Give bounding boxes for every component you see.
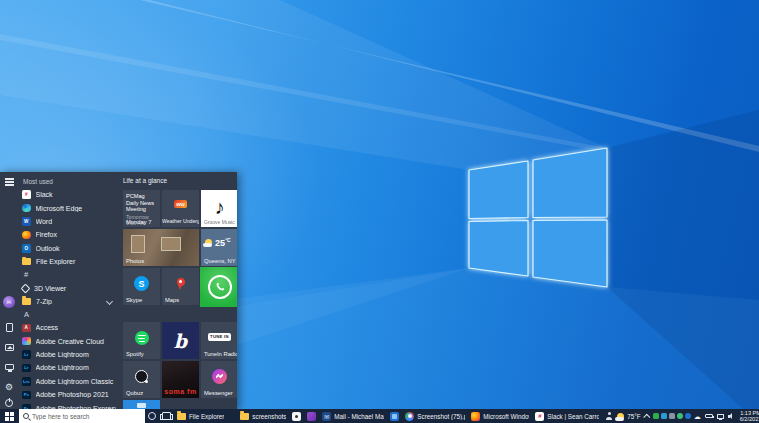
menu-hamburger-icon[interactable] bbox=[3, 176, 15, 188]
tile-bandcamp[interactable]: b bbox=[162, 322, 199, 359]
taskbar-button-mail[interactable]: ✉ Mail - Michael Ma... bbox=[319, 409, 387, 423]
folder-icon bbox=[177, 413, 186, 420]
start-menu-rail: ☠ ⚙ bbox=[0, 172, 18, 410]
most-used-header: Most used bbox=[22, 176, 117, 188]
settings-gear-icon[interactable]: ⚙ bbox=[3, 381, 15, 393]
system-tray: 75°F ☁ 1:13 PM 6/2/2021 bbox=[616, 409, 759, 423]
app-item-lightroom-1[interactable]: Lr Adobe Lightroom bbox=[22, 348, 116, 361]
display-button[interactable] bbox=[716, 409, 725, 423]
tile-groove-music[interactable]: ♪ Groove Music bbox=[201, 190, 237, 227]
app-item-7zip[interactable]: 7-Zip bbox=[22, 295, 116, 308]
app-item-word[interactable]: W Word bbox=[22, 215, 116, 228]
videos-icon[interactable] bbox=[3, 361, 15, 373]
taskbar-button-lock-app[interactable] bbox=[289, 409, 304, 423]
app-item-access[interactable]: A Access bbox=[22, 321, 116, 334]
app-item-3d-viewer[interactable]: 3D Viewer bbox=[22, 281, 116, 294]
tile-somafm[interactable]: soma fm bbox=[162, 361, 199, 398]
skype-icon: S bbox=[134, 276, 149, 291]
cortana-button[interactable] bbox=[145, 409, 159, 423]
chevron-up-icon bbox=[643, 413, 650, 420]
qobuz-icon bbox=[135, 370, 148, 383]
pictures-icon[interactable] bbox=[3, 341, 15, 353]
tile-weather[interactable]: 25°C Queens, NY bbox=[201, 229, 237, 266]
blue-app-icon bbox=[390, 412, 399, 421]
word-icon: W bbox=[22, 217, 31, 226]
app-item-photoshop-2021[interactable]: Ps Adobe Photoshop 2021 bbox=[22, 388, 116, 401]
taskbar-search[interactable] bbox=[19, 409, 145, 423]
documents-icon[interactable] bbox=[3, 321, 15, 333]
task-view-button[interactable] bbox=[159, 409, 174, 423]
app-item-slack[interactable]: # Slack bbox=[22, 188, 116, 201]
clock-date: 6/2/2021 bbox=[740, 416, 759, 422]
mail-icon: ✉ bbox=[322, 412, 331, 421]
tile-area: Life at a glance PCMag Daily News Meetin… bbox=[117, 172, 237, 410]
app-item-firefox[interactable]: Firefox bbox=[22, 228, 116, 241]
slack-icon: # bbox=[535, 412, 544, 421]
chevron-down-icon bbox=[106, 298, 113, 305]
edge-icon bbox=[22, 204, 31, 213]
tray-app-icon-2[interactable] bbox=[661, 413, 667, 419]
app-item-file-explorer[interactable]: File Explorer bbox=[22, 255, 116, 268]
tile-skype[interactable]: S Skype bbox=[123, 268, 160, 305]
taskbar-button-firefox-window[interactable]: Microsoft Window... bbox=[468, 409, 532, 423]
map-pin-icon bbox=[177, 278, 185, 286]
photo-thumbnail bbox=[161, 237, 181, 251]
taskbar-button-purple-app[interactable] bbox=[304, 409, 319, 423]
taskbar-button-file-explorer[interactable]: File Explorer bbox=[174, 409, 227, 423]
battery-icon bbox=[705, 414, 713, 419]
tile-whatsapp[interactable] bbox=[200, 267, 237, 307]
taskbar-button-screenshot-image[interactable]: Screenshot (75).pn... bbox=[402, 409, 468, 423]
tile-qobuz[interactable]: Qobuz bbox=[123, 361, 160, 398]
hidden-icons-button[interactable] bbox=[644, 409, 651, 423]
tunein-logo: TUNE IN bbox=[208, 333, 231, 341]
tile-messenger[interactable]: Messenger bbox=[201, 361, 237, 398]
tile-group-header[interactable]: Life at a glance bbox=[123, 177, 167, 184]
volume-button[interactable] bbox=[727, 409, 736, 423]
taskbar-weather[interactable]: 75°F bbox=[616, 409, 641, 423]
spotify-icon bbox=[135, 331, 149, 345]
chrome-icon bbox=[405, 412, 414, 421]
onedrive-button[interactable]: ☁ bbox=[693, 409, 702, 423]
tray-app-icon-4[interactable] bbox=[677, 413, 683, 419]
app-item-lightroom-classic[interactable]: Lrc Adobe Lightroom Classic bbox=[22, 375, 116, 388]
app-item-outlook[interactable]: O Outlook bbox=[22, 242, 116, 255]
people-button[interactable] bbox=[602, 409, 616, 423]
lightroom-icon: Lr bbox=[22, 350, 31, 359]
tray-app-icon-3[interactable] bbox=[669, 413, 675, 419]
partly-cloudy-icon bbox=[205, 239, 212, 246]
search-input[interactable] bbox=[32, 413, 132, 420]
user-avatar[interactable]: ☠ bbox=[3, 296, 15, 308]
photoshop-icon: Ps bbox=[22, 391, 31, 400]
section-header-a[interactable]: A bbox=[22, 308, 117, 321]
power-icon[interactable] bbox=[3, 397, 15, 409]
app-item-adobe-cc[interactable]: Adobe Creative Cloud bbox=[22, 335, 116, 348]
start-button[interactable] bbox=[0, 409, 19, 423]
bluetooth-icon[interactable] bbox=[685, 413, 691, 419]
battery-button[interactable] bbox=[704, 409, 714, 423]
tile-maps[interactable]: Maps bbox=[162, 268, 199, 305]
tile-photos[interactable]: Photos bbox=[123, 229, 199, 266]
lightroom-classic-icon: Lrc bbox=[22, 377, 31, 386]
firefox-icon bbox=[22, 231, 31, 240]
app-item-lightroom-2[interactable]: Lr Adobe Lightroom bbox=[22, 361, 116, 374]
windows-logo-icon bbox=[469, 148, 607, 287]
outlook-icon: O bbox=[22, 244, 31, 253]
taskbar-button-blue-app[interactable] bbox=[387, 409, 402, 423]
slack-icon: # bbox=[22, 190, 31, 199]
tray-app-icon-1[interactable] bbox=[653, 413, 659, 419]
adobe-cc-icon bbox=[22, 337, 31, 346]
purple-app-icon bbox=[307, 412, 316, 421]
tile-tunein[interactable]: TUNE IN TuneIn Radio bbox=[201, 322, 237, 359]
partial-tile-glyph bbox=[137, 403, 146, 408]
photo-thumbnail bbox=[131, 235, 145, 253]
tile-calendar[interactable]: PCMag Daily News Meeting Tomorrow 9:00 A… bbox=[123, 190, 160, 227]
whatsapp-icon bbox=[208, 275, 232, 299]
app-item-edge[interactable]: Microsoft Edge bbox=[22, 201, 116, 214]
skull-icon: ☠ bbox=[6, 298, 12, 306]
tile-spotify[interactable]: Spotify bbox=[123, 322, 160, 359]
tile-weather-underground[interactable]: wu Weather Underground bbox=[162, 190, 199, 227]
section-header-hash[interactable]: # bbox=[22, 268, 117, 281]
taskbar-button-screenshots[interactable]: screenshots bbox=[237, 409, 289, 423]
clock[interactable]: 1:13 PM 6/2/2021 bbox=[738, 410, 759, 423]
taskbar-button-slack-window[interactable]: # Slack | Sean Carrol... bbox=[532, 409, 602, 423]
